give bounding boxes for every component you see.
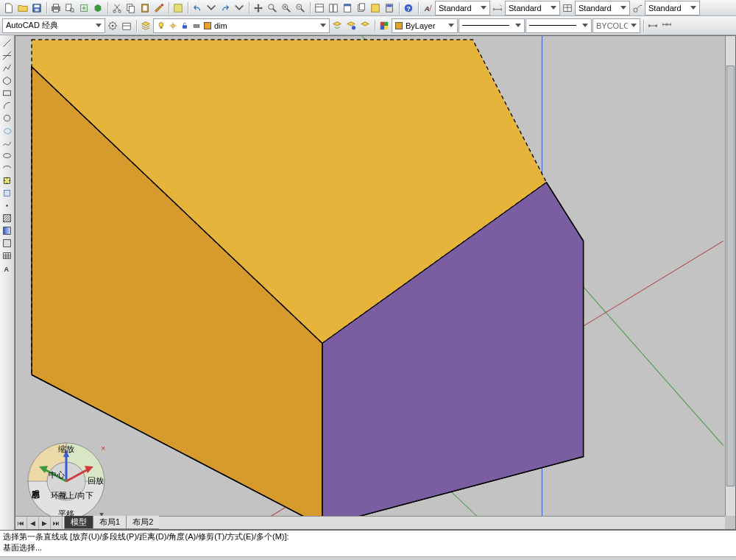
svg-rect-4 [54, 9, 59, 12]
toolpalettes-icon[interactable] [341, 1, 354, 15]
linetype-select[interactable]: ByLayer [459, 18, 525, 33]
svg-point-60 [4, 153, 11, 157]
tab-prev-icon[interactable]: ◀ [27, 517, 39, 529]
steering-wheel[interactable]: 缩放 回放 平移 动态观察 中心 环视 向上/向下 × [26, 441, 107, 522]
xline-tool-icon[interactable] [1, 49, 13, 61]
3ddwf-icon[interactable] [91, 1, 105, 15]
scrollbar-vertical[interactable] [725, 36, 735, 516]
copy-icon[interactable] [124, 1, 138, 15]
tab-first-icon[interactable]: ⏮ [15, 517, 27, 529]
mleaderstyle-icon[interactable] [631, 1, 644, 15]
svg-rect-25 [330, 4, 333, 12]
circle-tool-icon[interactable] [1, 112, 13, 124]
blockeditor-icon[interactable] [171, 1, 185, 15]
layer-select[interactable]: dim [153, 18, 330, 33]
print-preview-icon[interactable] [63, 1, 77, 15]
undo-icon[interactable] [191, 1, 204, 15]
mleaderstyle-select[interactable]: Standard [645, 1, 700, 15]
color-select[interactable]: ByLayer [392, 18, 458, 33]
color-swatch [395, 22, 403, 29]
prop-color-icon[interactable] [378, 19, 391, 32]
ellipsearc-tool-icon[interactable] [1, 162, 13, 174]
plotstyle-select[interactable]: BYCOLOR [592, 18, 640, 33]
tab-layout1[interactable]: 布局1 [93, 516, 127, 529]
separator [105, 2, 110, 14]
hatch-tool-icon[interactable] [1, 212, 13, 224]
designcenter-icon[interactable] [327, 1, 340, 15]
spline-tool-icon[interactable] [1, 137, 13, 149]
layer-match-icon[interactable] [358, 19, 372, 32]
table-tool-icon[interactable] [1, 249, 13, 261]
mtext-tool-icon[interactable]: A [1, 262, 13, 274]
svg-line-18 [273, 8, 276, 11]
lineweight-select[interactable]: ByLayer [526, 18, 592, 33]
help-icon[interactable]: ? [402, 1, 415, 15]
scrollbar-thumb[interactable] [726, 65, 735, 486]
plotstyle-value: BYCOLOR [596, 21, 628, 30]
tablestyle-select[interactable]: Standard [575, 1, 630, 15]
layer-properties-icon[interactable] [139, 19, 152, 32]
workspace-lock-icon[interactable] [120, 19, 133, 32]
svg-rect-16 [174, 4, 183, 12]
tab-scrollbar-area: ⏮ ◀ ▶ ⏭ 模型 布局1 布局2 [15, 516, 725, 529]
new-file-icon[interactable] [2, 1, 15, 15]
redo-icon[interactable] [219, 1, 232, 15]
ellipse-tool-icon[interactable] [1, 149, 13, 161]
workspace-select[interactable]: AutoCAD 经典 [2, 18, 105, 33]
tablestyle-icon[interactable] [561, 1, 574, 15]
layer-name: dim [214, 21, 317, 30]
textstyle-icon[interactable]: A [421, 1, 434, 15]
svg-rect-67 [4, 252, 11, 258]
layer-state-icon[interactable] [344, 19, 358, 32]
mleaderstyle-value: Standard [648, 4, 687, 13]
separator [397, 2, 401, 14]
properties-icon[interactable] [313, 1, 326, 15]
drawing-canvas[interactable]: 缩放 回放 平移 动态观察 中心 环视 向上/向下 × ⏮ ◀ ▶ ⏭ 模型 布… [15, 35, 736, 530]
open-file-icon[interactable] [16, 1, 29, 15]
dim-continue-icon[interactable] [660, 19, 673, 32]
zoom-window-icon[interactable] [280, 1, 293, 15]
matchprop-icon[interactable] [152, 1, 166, 15]
save-icon[interactable] [30, 1, 43, 15]
tab-last-icon[interactable]: ⏭ [51, 517, 63, 529]
dim-linear-icon[interactable] [646, 19, 659, 32]
rectangle-tool-icon[interactable] [1, 87, 13, 99]
tab-model[interactable]: 模型 [64, 516, 93, 529]
pan-icon[interactable] [252, 1, 265, 15]
textstyle-select-1[interactable]: Standard [435, 1, 490, 15]
dimstyle-select[interactable]: Standard [505, 1, 560, 15]
svg-point-63 [6, 205, 7, 206]
undo-dropdown-icon[interactable] [205, 1, 218, 15]
gradient-tool-icon[interactable] [1, 224, 13, 236]
paste-icon[interactable] [138, 1, 152, 15]
region-tool-icon[interactable] [1, 237, 13, 249]
layer-previous-icon[interactable] [330, 19, 344, 32]
line-tool-icon[interactable] [1, 37, 13, 49]
svg-line-7 [73, 11, 74, 13]
svg-point-45 [159, 22, 163, 26]
quickcalc-icon[interactable] [383, 1, 396, 15]
sheetset-icon[interactable] [355, 1, 368, 15]
zoom-realtime-icon[interactable] [266, 1, 279, 15]
cut-icon[interactable] [110, 1, 124, 15]
svg-rect-58 [4, 91, 11, 96]
scrollbar-horizontal[interactable] [159, 517, 725, 529]
polygon-tool-icon[interactable] [1, 74, 13, 86]
makeblock-tool-icon[interactable] [1, 187, 13, 199]
markup-icon[interactable] [369, 1, 382, 15]
insertblock-tool-icon[interactable] [1, 174, 13, 186]
point-tool-icon[interactable] [1, 199, 13, 211]
svg-rect-66 [4, 239, 11, 247]
arc-tool-icon[interactable] [1, 99, 13, 111]
revcloud-tool-icon[interactable] [1, 124, 13, 136]
polyline-tool-icon[interactable] [1, 62, 13, 74]
print-icon[interactable] [49, 1, 63, 15]
dimstyle-icon[interactable] [491, 1, 504, 15]
publish-icon[interactable] [77, 1, 91, 15]
redo-dropdown-icon[interactable] [233, 1, 246, 15]
command-window[interactable]: 选择第一条直线或 [放弃(U)/多段线(P)/距离(D)/角度(A)/修剪(T)… [0, 530, 736, 556]
workspace-settings-icon[interactable] [106, 19, 119, 32]
tab-next-icon[interactable]: ▶ [39, 517, 51, 529]
tab-layout2[interactable]: 布局2 [126, 516, 160, 529]
zoom-previous-icon[interactable] [294, 1, 307, 15]
